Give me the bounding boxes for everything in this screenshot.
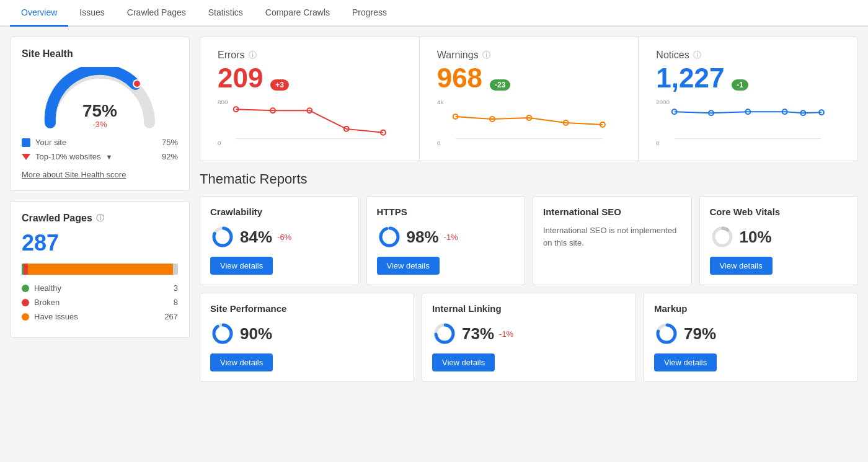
crawlability-title: Crawlability	[210, 207, 348, 217]
main-content: Site Health 75% -3%	[0, 27, 868, 458]
notices-value: 1,227	[656, 63, 724, 93]
markup-title: Markup	[654, 303, 848, 314]
crawled-count: 287	[22, 230, 178, 256]
internal-link-score: 73%	[462, 324, 494, 344]
https-score: 98%	[407, 228, 439, 247]
tab-overview[interactable]: Overview	[10, 0, 68, 27]
tab-issues[interactable]: Issues	[68, 0, 115, 27]
cwv-view-btn[interactable]: View details	[710, 257, 773, 275]
https-title: HTTPS	[377, 207, 515, 217]
crawlability-score: 84%	[240, 228, 272, 247]
gauge-text: 75% -3%	[22, 102, 178, 129]
svg-text:0: 0	[437, 140, 441, 146]
crawlability-score-row: 84% -6%	[210, 224, 348, 249]
intl-seo-desc: International SEO is not implemented on …	[543, 224, 681, 249]
issues-value: 267	[164, 312, 178, 321]
errors-info-icon[interactable]: ⓘ	[249, 50, 257, 61]
notices-label: Notices ⓘ	[656, 50, 840, 61]
https-change: -1%	[444, 233, 458, 242]
site-perf-score-row: 90%	[210, 321, 404, 346]
notices-chart: 2000 0	[656, 97, 840, 146]
svg-point-0	[133, 80, 141, 87]
gauge-change: -3%	[22, 120, 178, 129]
site-perf-donut	[210, 321, 235, 346]
report-https: HTTPS 98% -1% View details	[366, 196, 526, 285]
crawlability-view-btn[interactable]: View details	[210, 257, 273, 275]
site-perf-view-btn[interactable]: View details	[210, 353, 273, 371]
internal-link-title: Internal Linking	[432, 303, 626, 314]
legend-broken: Broken 8	[22, 298, 178, 307]
internal-link-donut	[432, 321, 457, 346]
crawled-pages-title: Crawled Pages ⓘ	[22, 213, 178, 224]
gauge-container: 75% -3%	[22, 67, 178, 129]
thematic-reports-title: Thematic Reports	[200, 171, 858, 187]
internal-link-view-btn[interactable]: View details	[432, 353, 495, 371]
right-panel: Errors ⓘ 209 +3 800 0	[200, 37, 858, 448]
gauge-percent: 75%	[22, 102, 178, 120]
warnings-value: 968	[437, 63, 482, 93]
internal-link-score-row: 73% -1%	[432, 321, 626, 346]
notices-badge: -1	[732, 79, 748, 91]
top10-icon	[22, 154, 30, 160]
report-international-seo: International SEO International SEO is n…	[533, 196, 692, 285]
warnings-label: Warnings ⓘ	[437, 50, 621, 61]
bar-broken	[24, 264, 28, 275]
report-markup: Markup 79% View details	[644, 293, 858, 382]
warnings-info-icon[interactable]: ⓘ	[482, 50, 490, 61]
site-health-title: Site Health	[22, 48, 178, 60]
issues-dot	[22, 313, 29, 321]
top10-label: Top-10% websites	[35, 152, 101, 161]
your-site-value: 75%	[162, 138, 178, 147]
healthy-label: Healthy	[34, 283, 61, 293]
crawlability-change: -6%	[277, 233, 291, 242]
broken-label: Broken	[34, 298, 60, 307]
markup-view-btn[interactable]: View details	[654, 353, 717, 371]
https-view-btn[interactable]: View details	[377, 257, 440, 275]
report-site-performance: Site Performance 90% View details	[200, 293, 414, 382]
warnings-section: Warnings ⓘ 968 -23 4k 0	[420, 37, 639, 161]
crawled-info-icon[interactable]: ⓘ	[96, 213, 104, 224]
bar-issues	[28, 264, 173, 275]
svg-point-33	[214, 325, 231, 342]
more-about-link[interactable]: More about Site Health score	[22, 170, 178, 179]
cwv-title: Core Web Vitals	[710, 207, 848, 217]
legend-your-site: Your site 75%	[22, 138, 178, 147]
site-perf-score: 90%	[240, 324, 272, 344]
broken-value: 8	[174, 298, 178, 307]
tab-progress[interactable]: Progress	[341, 0, 398, 27]
crawlability-donut	[210, 224, 235, 249]
tab-crawled-pages[interactable]: Crawled Pages	[116, 0, 197, 27]
bar-other	[173, 264, 178, 275]
svg-text:0: 0	[218, 140, 221, 146]
site-health-card: Site Health 75% -3%	[10, 37, 190, 191]
errors-section: Errors ⓘ 209 +3 800 0	[200, 37, 420, 161]
top10-arrow: ▼	[106, 153, 113, 161]
legend-healthy: Healthy 3	[22, 283, 178, 293]
report-core-web-vitals: Core Web Vitals 10% View details	[699, 196, 859, 285]
svg-text:800: 800	[218, 99, 228, 105]
your-site-label: Your site	[35, 138, 66, 147]
markup-donut	[654, 321, 679, 346]
report-crawlability: Crawlability 84% -6% View details	[200, 196, 359, 285]
intl-seo-title: International SEO	[543, 207, 681, 217]
warnings-chart: 4k 0	[437, 97, 621, 146]
pages-bar	[22, 264, 178, 275]
notices-info-icon[interactable]: ⓘ	[693, 50, 701, 61]
healthy-value: 3	[174, 283, 178, 293]
tab-compare-crawls[interactable]: Compare Crawls	[254, 0, 341, 27]
tab-statistics[interactable]: Statistics	[197, 0, 254, 27]
warnings-badge: -23	[490, 79, 510, 91]
notices-section: Notices ⓘ 1,227 -1 2000 0	[639, 37, 857, 161]
svg-text:4k: 4k	[437, 99, 443, 105]
broken-dot	[22, 299, 29, 306]
https-score-row: 98% -1%	[377, 224, 515, 249]
metrics-row: Errors ⓘ 209 +3 800 0	[200, 37, 858, 161]
markup-score-row: 79%	[654, 321, 848, 346]
svg-text:0: 0	[656, 140, 660, 146]
errors-label: Errors ⓘ	[218, 50, 402, 61]
your-site-dot	[22, 138, 30, 147]
site-health-legend: Your site 75% Top-10% websites ▼ 92%	[22, 138, 178, 161]
cwv-score-row: 10%	[710, 224, 848, 249]
cwv-donut	[710, 224, 735, 249]
healthy-dot	[22, 285, 29, 292]
